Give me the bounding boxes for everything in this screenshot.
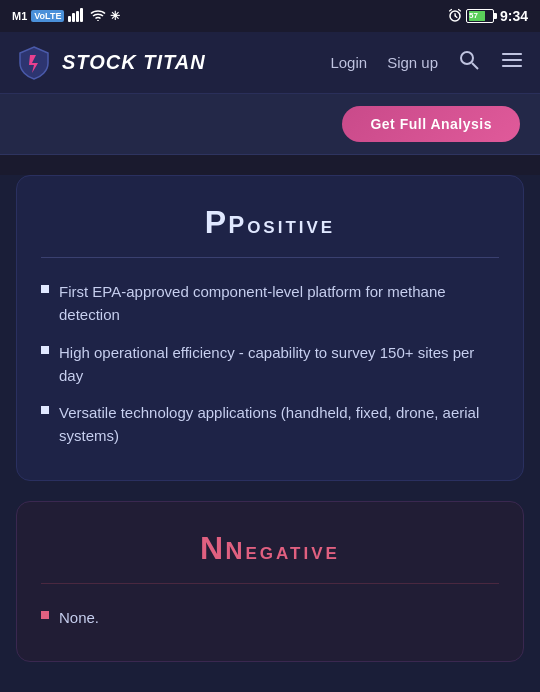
positive-card: PPositive First EPA-approved component-l… [16, 175, 524, 481]
status-bar: M1 VoLTE ✳ 57 9:34 [0, 0, 540, 32]
bullet-icon [41, 285, 49, 293]
nav-links: Login Sign up [330, 48, 524, 77]
svg-rect-1 [72, 13, 75, 22]
main-content: PPositive First EPA-approved component-l… [0, 175, 540, 692]
svg-rect-0 [68, 16, 71, 22]
negative-bullet-list: None. [41, 606, 499, 629]
list-item: High operational efficiency - capability… [41, 341, 499, 388]
wifi-icon [90, 9, 106, 23]
svg-rect-3 [80, 8, 83, 22]
bullet-icon [41, 611, 49, 619]
negative-card-title: NNegative [41, 530, 499, 567]
bullet-text: None. [59, 606, 99, 629]
list-item: First EPA-approved component-level platf… [41, 280, 499, 327]
extra-icon: ✳ [110, 9, 120, 23]
bullet-text: High operational efficiency - capability… [59, 341, 499, 388]
top-action-section: Get Full Analysis [0, 94, 540, 155]
bullet-icon [41, 346, 49, 354]
list-item: None. [41, 606, 499, 629]
positive-bullet-list: First EPA-approved component-level platf… [41, 280, 499, 448]
battery-container: 57 [466, 9, 494, 23]
time-label: 9:34 [500, 8, 528, 24]
list-item: Versatile technology applications (handh… [41, 401, 499, 448]
negative-card: NNegative None. [16, 501, 524, 662]
navbar-brand: STOCK TITAN [16, 45, 330, 81]
battery-icon: 57 [466, 9, 494, 23]
status-left: M1 VoLTE ✳ [12, 8, 120, 24]
volte-badge: VoLTE [31, 10, 64, 22]
positive-divider [41, 257, 499, 258]
hamburger-menu-icon[interactable] [500, 48, 524, 77]
alarm-icon [448, 8, 462, 24]
navbar: STOCK TITAN Login Sign up [0, 32, 540, 94]
bullet-icon [41, 406, 49, 414]
login-link[interactable]: Login [330, 54, 367, 71]
search-icon[interactable] [458, 49, 480, 76]
bullet-text: First EPA-approved component-level platf… [59, 280, 499, 327]
svg-point-4 [97, 20, 99, 21]
signup-link[interactable]: Sign up [387, 54, 438, 71]
svg-rect-2 [76, 11, 79, 22]
negative-divider [41, 583, 499, 584]
get-full-analysis-button[interactable]: Get Full Analysis [342, 106, 520, 142]
svg-line-7 [472, 63, 478, 69]
status-right: 57 9:34 [448, 8, 528, 24]
brand-name-label: STOCK TITAN [62, 51, 206, 74]
signal-icon [68, 8, 86, 24]
battery-tip [494, 13, 497, 19]
brand-logo-icon [16, 45, 52, 81]
svg-point-6 [461, 52, 473, 64]
battery-percent: 57 [469, 11, 478, 20]
bullet-text: Versatile technology applications (handh… [59, 401, 499, 448]
carrier-label: M1 [12, 10, 27, 22]
positive-card-title: PPositive [41, 204, 499, 241]
